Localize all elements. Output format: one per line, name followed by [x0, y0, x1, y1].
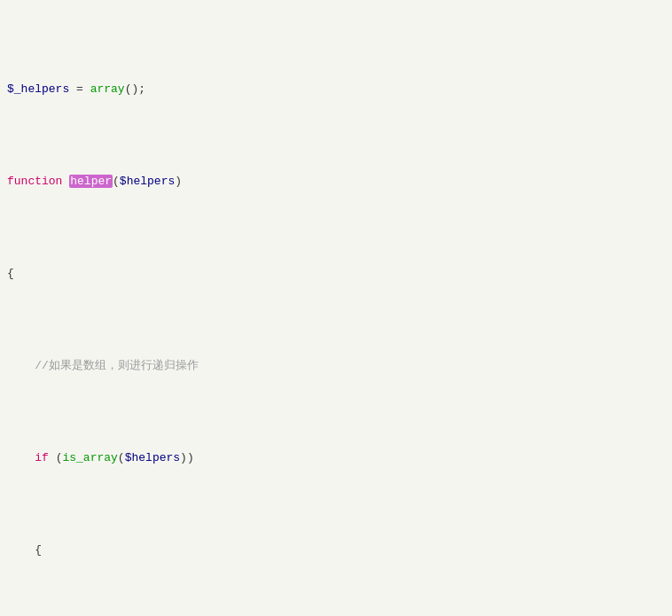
token: (: [49, 451, 63, 464]
token: )): [180, 451, 194, 464]
code-line-1: $_helpers = array();: [4, 81, 668, 99]
code-line-6: {: [4, 542, 668, 560]
token: ();: [125, 82, 145, 96]
token: //如果是数组，则进行递归操作: [7, 359, 199, 372]
code-line-4: //如果是数组，则进行递归操作: [4, 357, 668, 376]
token: (: [113, 175, 120, 188]
token-highlighted: helper: [69, 175, 113, 188]
token: function: [7, 175, 62, 188]
token: if: [35, 451, 49, 464]
token: =: [69, 82, 90, 96]
token: {: [7, 267, 14, 280]
token: (: [118, 451, 125, 464]
token: ): [175, 175, 182, 188]
code-line-2: function helper($helpers): [4, 173, 668, 191]
token: {: [7, 543, 42, 557]
token: is_array: [62, 451, 117, 464]
token: array: [90, 82, 125, 96]
code-line-5: if (is_array($helpers)): [4, 449, 668, 468]
token: $helpers: [120, 175, 175, 188]
token: $helpers: [125, 451, 180, 464]
token: [7, 451, 35, 464]
code-editor: $_helpers = array(); function helper($he…: [0, 0, 672, 616]
code-line-3: {: [4, 265, 668, 284]
token: $_helpers: [7, 82, 69, 96]
